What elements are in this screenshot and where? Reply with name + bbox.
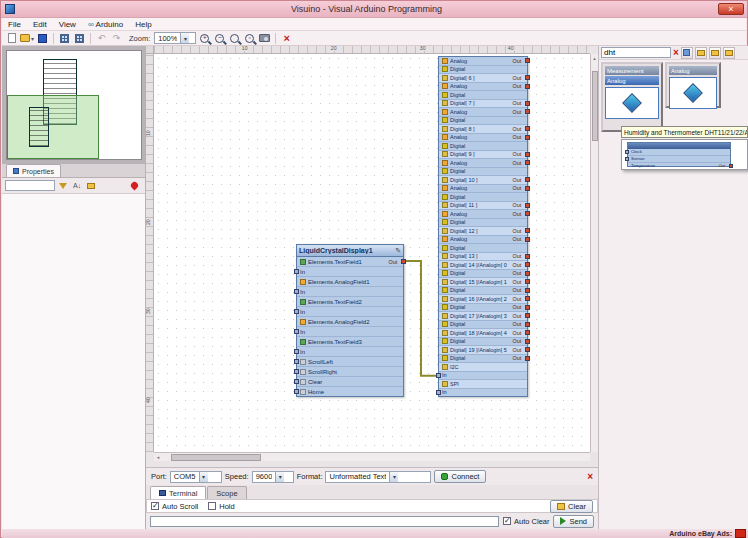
input-pin[interactable] xyxy=(294,359,299,364)
zoom-in-button[interactable]: + xyxy=(198,32,211,45)
output-pin[interactable] xyxy=(525,203,530,208)
zoom-out-button[interactable]: − xyxy=(213,32,226,45)
pin-row[interactable]: Digital[ 10 ]Out xyxy=(439,176,527,185)
pin-row[interactable]: In xyxy=(297,327,403,337)
pin-row[interactable]: Digital xyxy=(439,91,527,100)
output-pin[interactable] xyxy=(525,313,530,318)
output-pin[interactable] xyxy=(525,84,530,89)
output-pin[interactable] xyxy=(401,259,406,264)
pin-row[interactable]: Digital[ 15 ]/Analogin[ 1 ]Out xyxy=(439,278,527,287)
component-tile[interactable] xyxy=(669,77,717,109)
view-mode-button[interactable] xyxy=(681,47,693,59)
component-tile[interactable] xyxy=(605,87,659,119)
input-pin[interactable] xyxy=(294,349,299,354)
pin-row[interactable]: DigitalOut xyxy=(439,338,527,347)
pin-row[interactable]: DigitalOut xyxy=(439,287,527,296)
output-pin[interactable] xyxy=(525,211,530,216)
pin-panel-icon[interactable] xyxy=(130,181,140,191)
pin-row[interactable]: Digital xyxy=(439,142,527,151)
clear-search-button[interactable]: × xyxy=(673,48,679,58)
properties-grid[interactable] xyxy=(2,194,145,529)
pin-row[interactable]: Elements.TextField3 xyxy=(297,337,403,347)
pin-row[interactable]: AnalogOut xyxy=(439,210,527,219)
pin-row[interactable]: In xyxy=(439,389,527,397)
pin-row[interactable]: Digital xyxy=(439,168,527,177)
input-pin[interactable] xyxy=(294,329,299,334)
show-grid-button[interactable] xyxy=(58,32,71,45)
pin-row[interactable]: Elements.TextField1Out xyxy=(297,257,403,267)
output-pin[interactable] xyxy=(525,339,530,344)
pin-row[interactable]: Digital[ 8 ]Out xyxy=(439,125,527,134)
pin-row[interactable]: AnalogOut xyxy=(439,134,527,143)
save-button[interactable] xyxy=(36,32,49,45)
pin-row[interactable]: AnalogOut xyxy=(439,108,527,117)
palette-subcategory-title[interactable]: Analog xyxy=(605,76,659,85)
edit-icon[interactable]: ✎ xyxy=(395,247,401,255)
component-header[interactable]: LiquidCrystalDisplay1✎ xyxy=(297,245,403,257)
output-pin[interactable] xyxy=(525,279,530,284)
output-pin[interactable] xyxy=(525,228,530,233)
pin-row[interactable]: In xyxy=(297,307,403,317)
auto-clear-checkbox[interactable]: Auto Clear xyxy=(503,517,549,526)
menu-item-file[interactable]: File xyxy=(2,18,27,30)
component-lcd-display[interactable]: LiquidCrystalDisplay1✎Elements.TextField… xyxy=(296,244,404,397)
zoom-select[interactable]: 100%▾ xyxy=(154,32,196,44)
speed-select[interactable]: 9600▾ xyxy=(252,471,294,483)
output-pin[interactable] xyxy=(525,126,530,131)
output-pin[interactable] xyxy=(525,356,530,361)
clear-button[interactable]: Clear xyxy=(550,500,593,513)
output-pin[interactable] xyxy=(525,254,530,259)
output-pin[interactable] xyxy=(525,262,530,267)
output-pin[interactable] xyxy=(525,109,530,114)
output-pin[interactable] xyxy=(525,101,530,106)
menu-item-edit[interactable]: Edit xyxy=(27,18,53,30)
palette-category-title[interactable]: Measurement xyxy=(605,66,659,75)
output-pin[interactable] xyxy=(525,58,530,63)
output-pin[interactable] xyxy=(525,237,530,242)
pin-row[interactable]: Digital[ 6 ]Out xyxy=(439,74,527,83)
tab-terminal[interactable]: Terminal xyxy=(150,486,206,499)
pin-row[interactable]: AnalogOut xyxy=(439,83,527,92)
palette-category-title[interactable]: Analog xyxy=(669,66,717,75)
pin-row[interactable]: Home xyxy=(297,387,403,396)
pin-row[interactable]: In xyxy=(297,347,403,357)
send-button[interactable]: Send xyxy=(553,515,594,528)
output-pin[interactable] xyxy=(525,288,530,293)
pin-row[interactable]: ScrollRight xyxy=(297,367,403,377)
pin-row[interactable]: Digital xyxy=(439,193,527,202)
pin-row[interactable]: Digital[ 11 ]Out xyxy=(439,202,527,211)
open-button[interactable]: ▾ xyxy=(20,32,34,45)
terminal-send-input[interactable] xyxy=(150,516,499,527)
design-canvas[interactable]: LiquidCrystalDisplay1✎Elements.TextField… xyxy=(154,54,590,452)
undo-button[interactable]: ↶ xyxy=(95,32,108,45)
scrollbar-thumb[interactable] xyxy=(171,454,261,461)
disconnect-button[interactable]: × xyxy=(587,471,593,482)
output-pin[interactable] xyxy=(525,177,530,182)
output-pin[interactable] xyxy=(525,160,530,165)
delete-button[interactable]: × xyxy=(280,32,293,45)
tab-scope[interactable]: Scope xyxy=(207,486,246,499)
new-sketch-button[interactable] xyxy=(5,32,18,45)
hold-checkbox[interactable]: Hold xyxy=(208,502,234,511)
zoom-fit-button[interactable]: ▫ xyxy=(243,32,256,45)
pin-row[interactable]: AnalogOut xyxy=(439,57,527,66)
input-pin[interactable] xyxy=(294,379,299,384)
categories-button[interactable] xyxy=(723,47,735,59)
pin-row[interactable]: Elements.AnalogField2 xyxy=(297,317,403,327)
input-pin[interactable] xyxy=(436,390,441,395)
output-pin[interactable] xyxy=(525,347,530,352)
pin-row[interactable]: In xyxy=(439,372,527,381)
tab-properties[interactable]: Properties xyxy=(6,164,61,177)
pin-row[interactable]: DigitalOut xyxy=(439,321,527,330)
pin-row[interactable]: Elements.AnalogField1 xyxy=(297,277,403,287)
scrollbar-thumb[interactable] xyxy=(592,71,598,141)
zoom-reset-button[interactable] xyxy=(228,32,241,45)
output-pin[interactable] xyxy=(525,271,530,276)
output-pin[interactable] xyxy=(525,75,530,80)
input-pin[interactable] xyxy=(294,389,299,394)
connection-wire[interactable] xyxy=(404,261,438,376)
output-pin[interactable] xyxy=(525,305,530,310)
close-button[interactable]: × xyxy=(718,3,744,15)
pin-row[interactable]: Digital[ 12 ]Out xyxy=(439,227,527,236)
ads-icon[interactable] xyxy=(735,529,746,538)
